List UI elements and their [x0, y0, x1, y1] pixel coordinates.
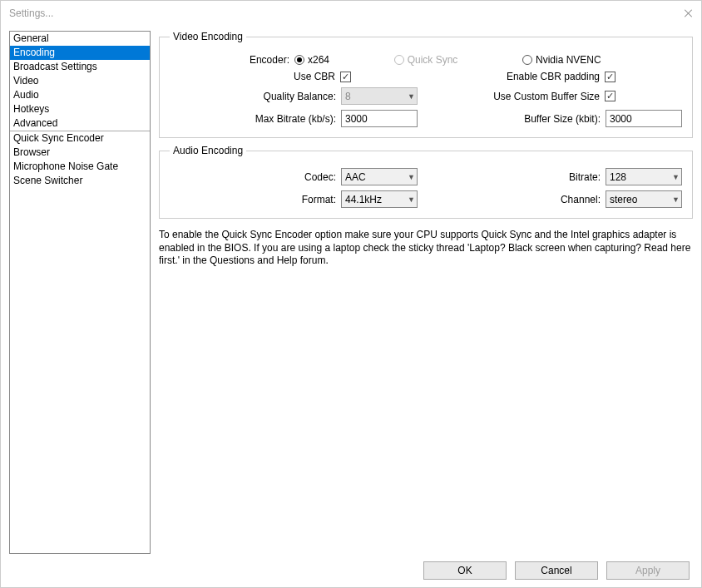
- sidebar-item-hotkeys[interactable]: Hotkeys: [10, 102, 150, 116]
- sidebar-item-general[interactable]: General: [10, 32, 150, 46]
- max-bitrate-input[interactable]: [341, 110, 418, 127]
- codec-label: Codec:: [304, 171, 336, 183]
- ok-button[interactable]: OK: [423, 561, 507, 580]
- sidebar-item-encoding[interactable]: Encoding: [10, 46, 150, 60]
- format-combo[interactable]: 44.1kHz ▼: [341, 190, 418, 208]
- use-cbr-label: Use CBR: [294, 71, 335, 82]
- codec-combo[interactable]: AAC ▼: [341, 168, 418, 185]
- enable-cbr-padding-label: Enable CBR padding: [507, 71, 600, 82]
- use-custom-buffer-checkbox[interactable]: [605, 91, 615, 101]
- encoder-label: Encoder:: [250, 54, 289, 66]
- sidebar-item-audio[interactable]: Audio: [10, 88, 150, 102]
- encoder-radio-quicksync: Quick Sync: [394, 54, 458, 66]
- footer: OK Cancel Apply: [1, 554, 701, 587]
- buffer-size-input[interactable]: [606, 110, 682, 127]
- content-pane: Video Encoding Encoder: x264 Quick Sync: [159, 31, 693, 554]
- encoder-nvenc-label: Nvidia NVENC: [536, 54, 601, 66]
- radio-icon: [294, 55, 304, 65]
- sidebar-item-video[interactable]: Video: [10, 74, 150, 88]
- chevron-down-icon: ▼: [672, 173, 680, 181]
- audio-encoding-group: Audio Encoding Codec: AAC ▼ Bitrate: 128: [159, 145, 693, 219]
- encoder-quicksync-label: Quick Sync: [408, 54, 458, 66]
- close-icon[interactable]: [683, 7, 695, 19]
- sidebar-item-quick-sync-encoder[interactable]: Quick Sync Encoder: [10, 131, 150, 146]
- radio-icon: [522, 55, 532, 65]
- audio-encoding-legend: Audio Encoding: [170, 145, 246, 156]
- quality-balance-label: Quality Balance:: [264, 91, 336, 102]
- sidebar-item-broadcast-settings[interactable]: Broadcast Settings: [10, 60, 150, 74]
- use-cbr-checkbox[interactable]: [340, 72, 351, 82]
- quality-balance-value: 8: [345, 91, 351, 102]
- video-encoding-group: Video Encoding Encoder: x264 Quick Sync: [159, 31, 693, 138]
- channel-combo[interactable]: stereo ▼: [606, 190, 682, 208]
- apply-button: Apply: [606, 561, 690, 580]
- codec-value: AAC: [345, 171, 366, 183]
- sidebar-item-microphone-noise-gate[interactable]: Microphone Noise Gate: [10, 160, 150, 174]
- window-title: Settings...: [9, 7, 53, 19]
- chevron-down-icon: ▼: [408, 92, 415, 101]
- format-label: Format:: [302, 194, 336, 205]
- format-value: 44.1kHz: [345, 194, 382, 205]
- radio-icon: [394, 55, 404, 65]
- sidebar-item-browser[interactable]: Browser: [10, 146, 150, 160]
- quality-balance-combo: 8 ▼: [341, 87, 418, 105]
- chevron-down-icon: ▼: [408, 195, 415, 204]
- encoder-radio-nvenc[interactable]: Nvidia NVENC: [522, 54, 601, 66]
- audio-bitrate-combo[interactable]: 128 ▼: [606, 168, 682, 185]
- sidebar-item-scene-switcher[interactable]: Scene Switcher: [10, 174, 150, 188]
- enable-cbr-padding-checkbox[interactable]: [605, 72, 615, 82]
- video-encoding-legend: Video Encoding: [170, 31, 246, 42]
- encoder-x264-label: x264: [308, 54, 329, 66]
- max-bitrate-label: Max Bitrate (kb/s):: [255, 113, 336, 125]
- channel-label: Channel:: [561, 194, 601, 205]
- settings-window: Settings... GeneralEncodingBroadcast Set…: [0, 0, 702, 588]
- use-custom-buffer-label: Use Custom Buffer Size: [493, 91, 600, 102]
- sidebar-item-advanced[interactable]: Advanced: [10, 116, 150, 131]
- audio-bitrate-label: Bitrate:: [569, 171, 601, 183]
- info-note: To enable the Quick Sync Encoder option …: [159, 229, 693, 268]
- titlebar: Settings...: [1, 1, 701, 26]
- buffer-size-label: Buffer Size (kbit):: [524, 113, 601, 125]
- chevron-down-icon: ▼: [672, 195, 680, 204]
- channel-value: stereo: [610, 194, 637, 205]
- sidebar: GeneralEncodingBroadcast SettingsVideoAu…: [9, 31, 151, 554]
- chevron-down-icon: ▼: [408, 173, 415, 181]
- cancel-button[interactable]: Cancel: [515, 561, 598, 580]
- audio-bitrate-value: 128: [610, 171, 626, 183]
- encoder-radio-x264[interactable]: x264: [294, 54, 329, 66]
